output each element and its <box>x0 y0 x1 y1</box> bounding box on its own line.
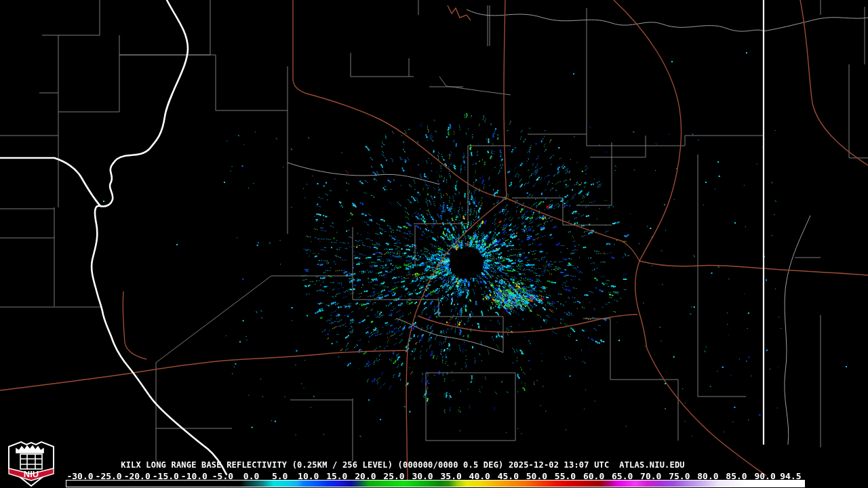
niu-logo: NIU <box>5 438 57 488</box>
streams-layer <box>288 9 868 445</box>
river-west-branch <box>0 158 100 206</box>
colorbar <box>66 480 805 487</box>
logo-text: NIU <box>24 469 39 479</box>
county-boundaries-layer <box>0 0 868 461</box>
base-map <box>0 0 868 488</box>
rivers-layer <box>0 0 764 474</box>
highways-layer <box>0 0 868 487</box>
illinois-river <box>92 0 226 474</box>
colorbar-scale-labels: -30.0-25.0-20.0-15.0-10.0-5.00.05.010.01… <box>66 471 805 479</box>
product-title: KILX LONG RANGE BASE REFLECTIVITY (0.25K… <box>121 460 685 470</box>
radar-image: NIU KILX LONG RANGE BASE REFLECTIVITY (0… <box>0 0 868 488</box>
